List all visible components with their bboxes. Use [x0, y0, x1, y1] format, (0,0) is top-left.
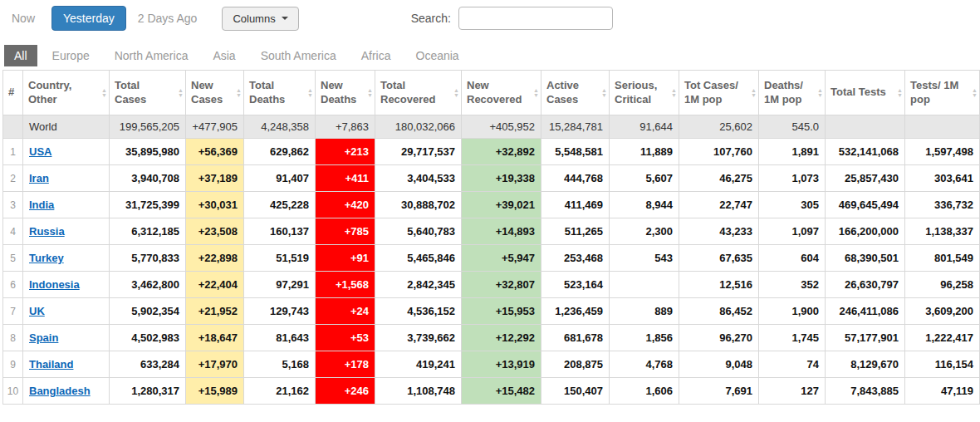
column-header-serious-critical[interactable]: Serious, Critical▲▼ [610, 71, 679, 115]
table-row: 2Iran3,940,708+37,18991,407+4113,404,533… [3, 165, 980, 192]
column-header-tests-per-1m[interactable]: Tests/ 1M pop▲▼ [905, 71, 980, 115]
cell-total-deaths: 97,291 [244, 272, 316, 298]
cell-total-recovered: 1,108,748 [375, 378, 462, 405]
cell-tot-cases-per-1m: 12,516 [679, 272, 759, 298]
tab-oceania[interactable]: Oceania [406, 45, 469, 66]
cell-deaths-per-1m: 127 [759, 378, 826, 405]
country-cell: Spain [23, 325, 110, 351]
cell-new-cases: +17,970 [186, 351, 244, 378]
cell-total-cases: 5,770,833 [110, 245, 186, 272]
cell-total-cases: 6,312,185 [110, 218, 186, 245]
columns-dropdown-button[interactable]: Columns [222, 7, 298, 31]
cell-new-recovered: +32,892 [462, 139, 541, 165]
cell-new-cases: +15,989 [186, 378, 244, 405]
cell-active-cases: 1,236,459 [541, 298, 610, 325]
cell-new-cases: +477,905 [186, 115, 244, 139]
row-number: 7 [3, 298, 23, 325]
cell-tests-per-1m: 303,641 [905, 165, 980, 192]
sort-icon: ▲▼ [307, 88, 313, 98]
cell-new-recovered: +32,807 [462, 272, 541, 298]
column-header-country[interactable]: Country, Other▲▼ [23, 71, 110, 115]
tab-north-america[interactable]: North America [105, 45, 198, 66]
cell-total-tests: 68,390,501 [826, 245, 905, 272]
column-header-total-deaths[interactable]: Total Deaths▲▼ [244, 71, 316, 115]
cell-total-tests: 7,843,885 [826, 378, 905, 405]
cell-total-cases: 31,725,399 [110, 192, 186, 218]
cell-total-deaths: 160,137 [244, 218, 316, 245]
cell-new-recovered: +5,947 [462, 245, 541, 272]
cell-new-deaths: +785 [316, 218, 375, 245]
cell-tot-cases-per-1m: 46,275 [679, 165, 759, 192]
country-link[interactable]: USA [29, 145, 51, 158]
sort-icon: ▲▼ [897, 88, 903, 98]
tab-asia[interactable]: Asia [203, 45, 245, 66]
cell-active-cases: 523,164 [541, 272, 610, 298]
cell-tests-per-1m: 336,732 [905, 192, 980, 218]
cell-tests-per-1m: 116,154 [905, 351, 980, 378]
row-number: 1 [3, 139, 23, 165]
column-header-new-recovered[interactable]: New Recovered▲▼ [462, 71, 541, 115]
cell-deaths-per-1m: 604 [759, 245, 826, 272]
cell-tot-cases-per-1m: 9,048 [679, 351, 759, 378]
cell-tests-per-1m: 3,609,200 [905, 298, 980, 325]
cell-total-cases: 35,895,980 [110, 139, 186, 165]
cell-tot-cases-per-1m: 96,270 [679, 325, 759, 351]
tab-south-america[interactable]: South America [251, 45, 346, 66]
cell-total-recovered: 5,640,783 [375, 218, 462, 245]
country-link[interactable]: Russia [29, 225, 65, 238]
cell-new-recovered: +19,338 [462, 165, 541, 192]
sort-icon: ▲▼ [671, 88, 677, 98]
continent-tabs: AllEuropeNorth AmericaAsiaSouth AmericaA… [0, 45, 980, 66]
country-link[interactable]: UK [29, 305, 45, 317]
cell-total-recovered: 180,032,066 [375, 115, 462, 139]
sort-icon: ▲▼ [533, 88, 539, 98]
row-number: 10 [3, 378, 23, 405]
caret-down-icon [282, 17, 288, 20]
table-row: 10Bangladesh1,280,317+15,98921,162+2461,… [3, 378, 980, 405]
cell-tests-per-1m: 47,119 [905, 378, 980, 405]
cell-new-deaths: +53 [316, 325, 375, 351]
country-link[interactable]: Bangladesh [29, 385, 91, 397]
cell-deaths-per-1m: 352 [759, 272, 826, 298]
column-header-total-recovered[interactable]: Total Recovered▲▼ [375, 71, 462, 115]
cell-serious-critical: 2,300 [610, 218, 679, 245]
cell-deaths-per-1m: 74 [759, 351, 826, 378]
country-link[interactable]: Spain [29, 331, 58, 344]
cell-total-cases: 1,280,317 [110, 378, 186, 405]
country-link[interactable]: Indonesia [29, 278, 80, 291]
column-header-total-tests[interactable]: Total Tests▲▼ [826, 71, 905, 115]
cell-tot-cases-per-1m: 22,747 [679, 192, 759, 218]
country-link[interactable]: India [29, 199, 54, 211]
column-header-label: Total Recovered [380, 79, 435, 106]
column-header-total-cases[interactable]: Total Cases▲▼ [110, 71, 186, 115]
columns-label: Columns [233, 12, 275, 25]
column-header-tot-cases-per-1m[interactable]: Tot Cases/ 1M pop▲▼ [679, 71, 759, 115]
column-header-deaths-per-1m[interactable]: Deaths/ 1M pop▲▼ [759, 71, 826, 115]
column-header-new-cases[interactable]: New Cases▲▼ [186, 71, 244, 115]
cell-active-cases: 681,678 [541, 325, 610, 351]
table-row: 9Thailand633,284+17,9705,168+178419,241+… [3, 351, 980, 378]
two-days-ago-button[interactable]: 2 Days Ago [138, 12, 198, 25]
search-input[interactable] [458, 7, 613, 30]
cell-new-deaths: +7,863 [316, 115, 375, 139]
column-header-new-deaths[interactable]: New Deaths▲▼ [316, 71, 375, 115]
cell-total-recovered: 2,842,345 [375, 272, 462, 298]
cell-serious-critical: 543 [610, 245, 679, 272]
country-link[interactable]: Turkey [29, 252, 64, 264]
yesterday-button[interactable]: Yesterday [51, 6, 126, 31]
tab-all[interactable]: All [4, 45, 37, 66]
cell-active-cases: 411,469 [541, 192, 610, 218]
cell-total-deaths: 21,162 [244, 378, 316, 405]
column-header-active-cases[interactable]: Active Cases▲▼ [541, 71, 610, 115]
row-number: 5 [3, 245, 23, 272]
cell-active-cases: 208,875 [541, 351, 610, 378]
tab-africa[interactable]: Africa [351, 45, 401, 66]
search-group: Search: [411, 7, 613, 30]
tab-europe[interactable]: Europe [42, 45, 100, 66]
cell-total-deaths: 81,643 [244, 325, 316, 351]
country-link[interactable]: Iran [29, 172, 49, 184]
cell-new-deaths: +213 [316, 139, 375, 165]
country-link[interactable]: Thailand [29, 358, 73, 370]
cell-total-cases: 199,565,205 [110, 115, 186, 139]
now-button[interactable]: Now [12, 12, 35, 25]
